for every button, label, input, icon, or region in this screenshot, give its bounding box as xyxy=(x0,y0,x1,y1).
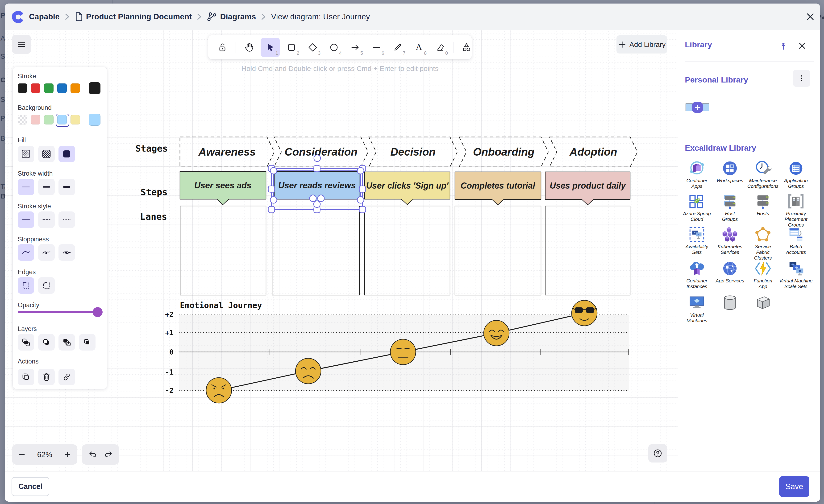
stroke-color-blue[interactable] xyxy=(57,84,67,93)
opacity-slider-track[interactable] xyxy=(18,311,101,313)
opacity-section-label: Opacity xyxy=(18,301,39,309)
tool-draw[interactable]: 7 xyxy=(388,38,407,57)
tool-line[interactable]: 6 xyxy=(367,38,386,57)
cylinder-icon xyxy=(721,294,739,311)
library-item-proximity-placement-groups[interactable]: Proximity Placement Groups xyxy=(780,193,812,228)
background-color-pink[interactable] xyxy=(31,115,40,124)
background-color-blue-selected[interactable] xyxy=(57,115,67,124)
stroke-color-red[interactable] xyxy=(31,84,40,93)
save-button[interactable]: Save xyxy=(779,476,809,497)
tool-rectangle[interactable]: 2 xyxy=(282,38,301,57)
layers-bring-to-front-button[interactable] xyxy=(79,334,96,351)
tool-selection[interactable]: 1 xyxy=(261,38,280,57)
library-item-cylinder[interactable] xyxy=(713,294,746,312)
tool-hand[interactable] xyxy=(239,38,259,57)
tool-text[interactable]: A 8 xyxy=(409,38,428,57)
library-item-batch-accounts[interactable]: Batch Accounts xyxy=(780,226,812,255)
library-item-availability-sets[interactable]: Availability Sets xyxy=(681,226,713,255)
library-item-function-app[interactable]: Function App xyxy=(746,260,780,289)
opacity-slider-knob[interactable] xyxy=(93,307,103,317)
tool-ellipse[interactable]: 4 xyxy=(324,38,343,57)
background-color-transparent[interactable] xyxy=(18,115,27,124)
library-item-kubernetes-services[interactable]: Kubernetes Services xyxy=(713,226,746,255)
library-item-azure-spring-cloud[interactable]: Azure Spring Cloud xyxy=(681,193,713,222)
edges-sharp-button[interactable] xyxy=(18,277,34,294)
excalidraw-canvas[interactable]: Stages Steps Lanes Awareness Considerati… xyxy=(5,30,678,471)
sloppiness-architect-button[interactable] xyxy=(18,244,34,261)
help-button[interactable] xyxy=(648,444,667,463)
stroke-style-solid-button[interactable] xyxy=(18,212,34,228)
stroke-width-thin-button[interactable] xyxy=(18,179,34,195)
fill-hachure-button[interactable] xyxy=(18,146,34,162)
sloppiness-artist-button[interactable] xyxy=(38,244,55,261)
pin-library-button[interactable] xyxy=(778,41,789,51)
library-item-host-groups[interactable]: Host Groups xyxy=(713,193,746,222)
rotation-handle[interactable] xyxy=(314,155,320,161)
library-item-service-fabric-clusters[interactable]: Service Fabric Clusters xyxy=(746,226,780,261)
background-color-green[interactable] xyxy=(44,115,54,124)
library-item-cube[interactable] xyxy=(746,294,780,312)
happy-face-icon[interactable] xyxy=(484,321,509,346)
library-item-container-apps[interactable]: Container Apps xyxy=(681,160,713,189)
current-background-color[interactable] xyxy=(89,114,100,126)
modal-close-button[interactable] xyxy=(804,10,817,23)
edges-round-button[interactable] xyxy=(38,277,55,294)
duplicate-button[interactable] xyxy=(18,369,34,385)
delete-button[interactable] xyxy=(38,369,55,385)
personal-library-menu-button[interactable] xyxy=(793,70,810,87)
fill-solid-button[interactable] xyxy=(59,146,75,162)
library-item-virtual-machine-scale-sets[interactable]: Virtual Machine Scale Sets xyxy=(780,260,812,289)
tool-eraser[interactable]: 0 xyxy=(430,38,450,57)
lane-box[interactable] xyxy=(272,206,359,295)
stroke-color-green[interactable] xyxy=(44,84,54,93)
library-item-hosts[interactable]: Hosts xyxy=(746,193,780,216)
sloppiness-cartoonist-button[interactable] xyxy=(59,244,75,261)
breadcrumb-item-diagrams[interactable]: Diagrams xyxy=(207,12,256,22)
tool-diamond[interactable]: 3 xyxy=(303,38,322,57)
virtual-machine-scale-sets-icon xyxy=(787,260,805,277)
rectangle-icon xyxy=(286,42,297,52)
tool-shapes[interactable] xyxy=(457,38,476,57)
personal-library-add-button[interactable] xyxy=(692,102,703,113)
angry-face-icon[interactable] xyxy=(206,378,232,403)
library-close-button[interactable] xyxy=(797,40,808,51)
layers-bring-forward-button[interactable] xyxy=(59,334,75,351)
redo-button[interactable] xyxy=(104,450,113,459)
library-item-container-instances[interactable]: Container Instances xyxy=(681,260,713,289)
stroke-color-orange[interactable] xyxy=(71,84,80,93)
library-item-maintenance-configurations[interactable]: Maintenance Configurations xyxy=(746,160,780,189)
breadcrumb-item-document[interactable]: Product Planning Document xyxy=(75,12,192,21)
library-item-virtual-machines[interactable]: Virtual Machines xyxy=(681,294,713,324)
lane-box[interactable] xyxy=(455,206,541,295)
zoom-out-button[interactable] xyxy=(18,451,26,458)
tool-lock[interactable] xyxy=(213,38,232,57)
stroke-width-bold-button[interactable] xyxy=(38,179,55,195)
stroke-color-black[interactable] xyxy=(18,84,27,93)
undo-button[interactable] xyxy=(88,450,97,459)
lane-box[interactable] xyxy=(545,206,630,295)
sad-face-icon[interactable] xyxy=(296,358,321,384)
library-item-app-services[interactable]: App Services xyxy=(713,260,746,284)
library-item-workspaces[interactable]: Workspaces xyxy=(713,160,746,183)
layers-send-backward-button[interactable] xyxy=(38,334,55,351)
layers-send-to-back-button[interactable] xyxy=(18,334,34,351)
current-stroke-color[interactable] xyxy=(89,82,100,94)
zoom-value[interactable]: 62% xyxy=(37,450,52,459)
background-color-yellow[interactable] xyxy=(71,115,80,124)
lane-box[interactable] xyxy=(365,206,450,295)
library-item-application-groups[interactable]: Application Groups xyxy=(780,160,812,189)
neutral-face-icon[interactable] xyxy=(390,339,416,365)
cool-face-icon[interactable] xyxy=(572,300,597,326)
stroke-style-dotted-button[interactable] xyxy=(59,212,75,228)
breadcrumb-item-workspace[interactable]: Capable xyxy=(29,12,60,21)
stroke-width-extrabold-button[interactable] xyxy=(59,179,75,195)
add-library-button[interactable]: Add Library xyxy=(616,35,667,53)
fill-crosshatch-button[interactable] xyxy=(38,146,55,162)
lane-box[interactable] xyxy=(180,206,266,295)
tool-arrow[interactable]: 5 xyxy=(345,38,365,57)
link-button[interactable] xyxy=(59,369,75,385)
cancel-button[interactable]: Cancel xyxy=(12,477,49,496)
zoom-in-button[interactable] xyxy=(64,451,71,458)
menu-button[interactable] xyxy=(12,35,31,54)
stroke-style-dashed-button[interactable] xyxy=(38,212,55,228)
